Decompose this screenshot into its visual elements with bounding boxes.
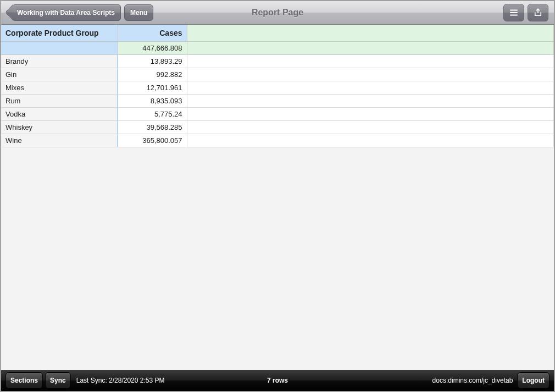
row-fill — [187, 134, 554, 147]
row-measure-cell: 13,893.29 — [118, 54, 187, 68]
total-measure-cell: 447,666.808 — [118, 41, 187, 54]
row-dimension-cell: Wine — [1, 134, 118, 147]
row-dimension-cell: Brandy — [1, 54, 118, 68]
menu-button[interactable]: Menu — [124, 4, 153, 21]
header-toolbar: Working with Data Area Scripts Menu Repo… — [1, 1, 554, 25]
share-icon — [533, 8, 543, 18]
menu-button-label: Menu — [130, 9, 147, 16]
sync-button[interactable]: Sync — [45, 372, 71, 389]
row-fill — [187, 68, 554, 81]
table-row[interactable]: Gin992.882 — [1, 68, 554, 81]
last-sync-text: Last Sync: 2/28/2020 2:53 PM — [76, 377, 165, 384]
table-row[interactable]: Mixes12,701.961 — [1, 81, 554, 94]
column-header-measure[interactable]: Cases — [118, 25, 187, 41]
column-header-dimension[interactable]: Corporate Product Group — [1, 25, 118, 41]
table-row[interactable]: Brandy13,893.29 — [1, 54, 554, 68]
row-measure-cell: 39,568.285 — [118, 120, 187, 134]
hamburger-icon — [509, 8, 519, 18]
footer-toolbar: Sections Sync Last Sync: 2/28/2020 2:53 … — [1, 370, 554, 391]
report-content: Corporate Product Group Cases 447,666.80… — [1, 25, 554, 370]
sections-button[interactable]: Sections — [5, 372, 43, 389]
back-button-label: Working with Data Area Scripts — [17, 9, 115, 16]
row-dimension-cell: Gin — [1, 68, 118, 81]
server-text: docs.dimins.com/jc_divetab — [432, 377, 513, 384]
table-row[interactable]: Whiskey39,568.285 — [1, 120, 554, 134]
table-row[interactable]: Wine365,800.057 — [1, 134, 554, 147]
row-measure-cell: 8,935.093 — [118, 94, 187, 107]
row-fill — [187, 107, 554, 120]
row-fill — [187, 81, 554, 94]
total-fill — [187, 41, 554, 54]
row-dimension-cell: Mixes — [1, 81, 118, 94]
row-dimension-cell: Whiskey — [1, 120, 118, 134]
data-table: Corporate Product Group Cases 447,666.80… — [1, 25, 554, 147]
row-dimension-cell: Vodka — [1, 107, 118, 120]
header-fill — [187, 25, 554, 41]
table-header-row: Corporate Product Group Cases — [1, 25, 554, 41]
row-fill — [187, 54, 554, 68]
logout-button[interactable]: Logout — [517, 372, 550, 389]
header-right-controls — [500, 4, 548, 21]
table-row[interactable]: Vodka5,775.24 — [1, 107, 554, 120]
table-total-row: 447,666.808 — [1, 41, 554, 54]
app-window: Working with Data Area Scripts Menu Repo… — [0, 0, 555, 392]
row-measure-cell: 992.882 — [118, 68, 187, 81]
hamburger-button[interactable] — [503, 4, 524, 21]
total-dimension-cell — [1, 41, 118, 54]
row-measure-cell: 5,775.24 — [118, 107, 187, 120]
sync-button-label: Sync — [50, 377, 66, 384]
table-row[interactable]: Rum8,935.093 — [1, 94, 554, 107]
logout-button-label: Logout — [522, 377, 545, 384]
row-fill — [187, 94, 554, 107]
row-measure-cell: 365,800.057 — [118, 134, 187, 147]
back-button[interactable]: Working with Data Area Scripts — [12, 4, 121, 21]
row-fill — [187, 120, 554, 134]
row-measure-cell: 12,701.961 — [118, 81, 187, 94]
row-dimension-cell: Rum — [1, 94, 118, 107]
share-button[interactable] — [528, 4, 548, 21]
sections-button-label: Sections — [10, 377, 38, 384]
